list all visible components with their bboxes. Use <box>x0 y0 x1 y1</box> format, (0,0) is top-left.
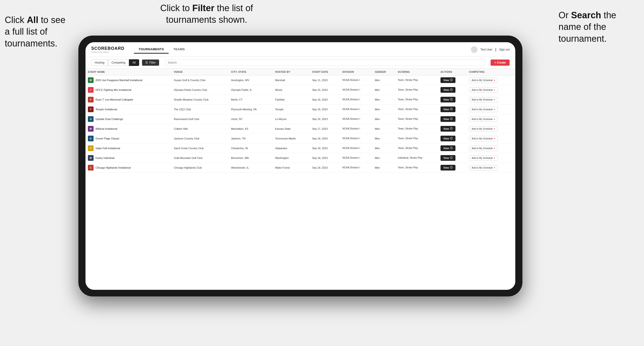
start-date-cell: Sep 18, 2023 <box>310 144 340 153</box>
gender-cell: Men <box>372 105 396 114</box>
division-cell: NCAA Division I <box>340 134 372 144</box>
division-cell: NCAA Division I <box>340 75 372 85</box>
info-icon: ⓘ <box>450 108 452 111</box>
scoring-cell: Individual, Stroke Play <box>396 153 438 163</box>
city-state-cell: Berlin, CT <box>229 95 273 105</box>
competing-cell: Add to My Schedule + <box>466 124 515 134</box>
event-name-text: Husky Individual <box>96 157 114 159</box>
venue-cell: Jackson Country Club <box>172 134 229 144</box>
tournaments-table: EVENT NAME VENUE CITY, STATE HOSTED BY S… <box>86 69 515 173</box>
actions-cell: View ⓘ <box>438 144 466 153</box>
view-button[interactable]: View ⓘ <box>440 107 456 112</box>
event-name-cell: V Valpo Fall Invitational <box>86 144 172 153</box>
gender-cell: Men <box>372 153 396 163</box>
division-cell: NCAA Division I <box>340 124 372 134</box>
competing-cell: Add to My Schedule + <box>466 144 515 153</box>
venue-cell: The 1912 Club <box>172 105 229 114</box>
view-button[interactable]: View ⓘ <box>440 155 456 161</box>
filter-btn-group: Hosting Competing All <box>91 59 139 66</box>
start-date-cell: Sep 16, 2023 <box>310 95 340 105</box>
event-name-cell: C Chicago Highlands Invitational <box>86 163 172 173</box>
actions-cell: View ⓘ <box>438 124 466 134</box>
table-row: V Valpo Fall Invitational Sand Creek Cou… <box>86 144 515 153</box>
team-logo: V <box>88 145 94 151</box>
start-date-cell: Sep 11, 2023 <box>310 75 340 85</box>
competing-cell: Add to My Schedule + <box>466 134 515 144</box>
add-to-schedule-button[interactable]: Add to My Schedule + <box>469 146 498 151</box>
annotation-topleft: Click All to see a full list of tourname… <box>5 14 71 49</box>
view-button[interactable]: View ⓘ <box>440 97 456 102</box>
info-icon: ⓘ <box>450 127 452 130</box>
scoring-cell: Team, Stroke Play <box>396 114 438 124</box>
add-to-schedule-button[interactable]: Add to My Schedule + <box>469 155 498 161</box>
start-date-cell: Sep 18, 2023 <box>310 134 340 144</box>
event-name-text: Wildcat Invitational <box>96 127 117 130</box>
competing-cell: Add to My Schedule + <box>466 75 515 85</box>
venue-cell: Gold Mountain Golf Club <box>172 153 229 163</box>
col-competing: COMPETING <box>466 69 515 75</box>
filter-icon-button[interactable]: ☰ Filter <box>142 59 159 66</box>
col-venue: VENUE <box>172 69 229 75</box>
info-icon: ⓘ <box>450 117 452 121</box>
search-input[interactable] <box>165 59 485 66</box>
sign-out-link[interactable]: Sign out <box>499 48 510 51</box>
event-name-cell: T Temple Invitational <box>86 105 172 114</box>
add-to-schedule-button[interactable]: Add to My Schedule + <box>469 136 498 141</box>
city-state-cell: Chesterton, IN <box>229 144 273 153</box>
venue-cell: Sand Creek Country Club <box>172 144 229 153</box>
actions-cell: View ⓘ <box>438 75 466 85</box>
view-button[interactable]: View ⓘ <box>440 165 456 171</box>
table-row: W Husky Individual Gold Mountain Golf Cl… <box>86 153 515 163</box>
view-button[interactable]: View ⓘ <box>440 77 456 83</box>
competing-cell: Add to My Schedule + <box>466 95 515 105</box>
start-date-cell: Sep 18, 2023 <box>310 153 340 163</box>
add-to-schedule-button[interactable]: Add to My Schedule + <box>469 97 498 102</box>
hosted-by-cell: Fairfield <box>273 95 310 105</box>
view-button[interactable]: View ⓘ <box>440 145 456 151</box>
annotation-topright: Or Search the name of the tournament. <box>558 9 639 45</box>
gender-cell: Men <box>372 75 396 85</box>
view-button[interactable]: View ⓘ <box>440 116 456 122</box>
team-logo: M <box>88 77 94 83</box>
plus-icon: + <box>494 137 495 140</box>
team-logo: W <box>88 126 94 132</box>
gender-cell: Men <box>372 124 396 134</box>
plus-icon: + <box>494 89 495 91</box>
scoring-cell: Team, Stroke Play <box>396 144 438 153</box>
table-body: M 2023 Joe Feaganes Marshall Invitationa… <box>86 75 515 173</box>
actions-cell: View ⓘ <box>438 95 466 105</box>
view-button[interactable]: View ⓘ <box>440 136 456 141</box>
add-to-schedule-button[interactable]: Add to My Schedule + <box>469 78 498 83</box>
competing-cell: Add to My Schedule + <box>466 163 515 173</box>
filter-competing-btn[interactable]: Competing <box>108 59 129 66</box>
nav-tab-tournaments[interactable]: TOURNAMENTS <box>134 45 168 54</box>
city-state-cell: Jackson, TN <box>229 134 273 144</box>
event-name-text: Chicago Highlands Invitational <box>96 166 130 169</box>
col-scoring: SCORING <box>396 69 438 75</box>
nav-tab-teams[interactable]: TEAMS <box>168 45 190 54</box>
view-button[interactable]: View ⓘ <box>440 126 456 132</box>
view-button[interactable]: View ⓘ <box>440 87 456 93</box>
add-to-schedule-button[interactable]: Add to My Schedule + <box>469 107 498 112</box>
event-name-cell: G Grover Page Classic <box>86 134 172 144</box>
plus-icon: + <box>494 108 495 111</box>
city-state-cell: Manhattan, KS <box>229 124 273 134</box>
event-name-text: Temple Invitational <box>96 108 117 111</box>
city-state-cell: Victor, NY <box>229 114 273 124</box>
add-to-schedule-button[interactable]: Add to My Schedule + <box>469 87 498 93</box>
division-cell: NCAA Division I <box>340 144 372 153</box>
nav-tabs: TOURNAMENTS TEAMS <box>134 45 471 54</box>
filter-hosting-btn[interactable]: Hosting <box>91 59 108 66</box>
filter-all-btn[interactable]: All <box>129 59 139 66</box>
start-date-cell: Sep 18, 2023 <box>310 163 340 173</box>
add-to-schedule-button[interactable]: Add to My Schedule + <box>469 116 498 122</box>
actions-cell: View ⓘ <box>438 163 466 173</box>
add-to-schedule-button[interactable]: Add to My Schedule + <box>469 165 498 171</box>
plus-icon: + <box>494 98 495 101</box>
add-to-schedule-button[interactable]: Add to My Schedule + <box>469 126 498 132</box>
info-icon: ⓘ <box>450 88 452 92</box>
event-name-text: OFCC Fighting Illini Invitational <box>96 88 131 91</box>
team-logo: U <box>88 116 94 122</box>
plus-icon: + <box>494 79 495 82</box>
create-button[interactable]: + Create <box>490 59 510 66</box>
